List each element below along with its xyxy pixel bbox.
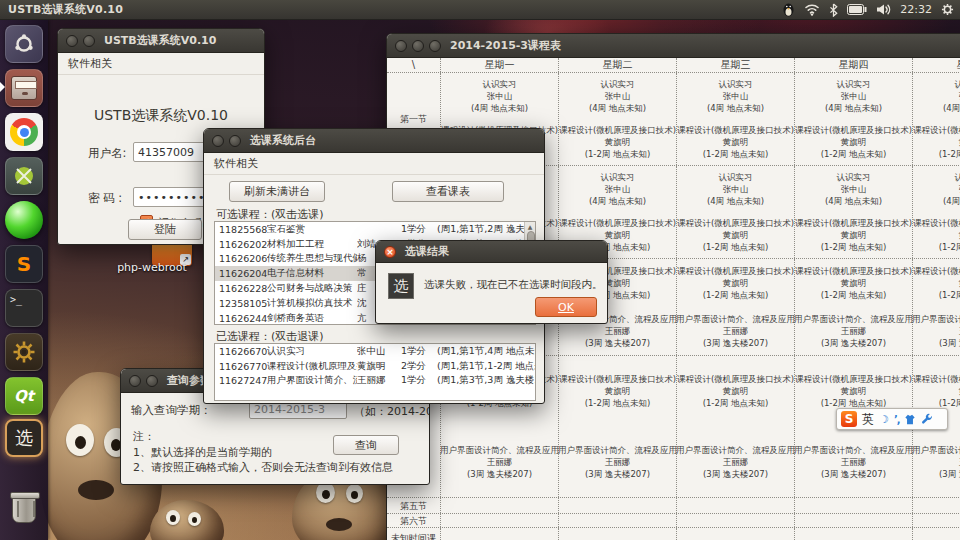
course-app-icon: 选	[5, 419, 43, 457]
minimize-button[interactable]	[229, 135, 241, 147]
volume-icon[interactable]	[876, 3, 891, 16]
course-teacher: 张中山	[357, 345, 401, 358]
launcher-item-qt[interactable]: Qt	[5, 377, 43, 415]
username-label: 用户名:	[88, 146, 126, 161]
tt-cell	[677, 528, 795, 540]
ok-button[interactable]: OK	[535, 297, 597, 317]
refresh-button[interactable]: 刷新未满讲台	[229, 181, 325, 202]
tt-cell: 课程设计(微机原理及接口技术)黄旗明(1-2周 地点未知)用户界面设计简介、流程…	[795, 259, 913, 355]
tt-course-entry: 用户界面设计简介、流程及应用王丽娜(3周 逸夫楼207)	[676, 313, 795, 349]
close-icon[interactable]: ×	[384, 246, 396, 258]
launcher-item-eclipse[interactable]	[5, 333, 43, 371]
course-credit: 2学分	[401, 360, 437, 373]
active-app-title[interactable]: USTB选课系统V0.10	[8, 2, 123, 17]
course-name: 课程设计(微机原理及接	[267, 360, 357, 373]
maximize-button[interactable]	[429, 40, 441, 52]
close-button[interactable]	[66, 35, 78, 47]
tt-day-header: 星期一	[441, 58, 559, 72]
login-button[interactable]: 登陆	[128, 219, 202, 240]
course-row[interactable]: 11627247用户界面设计简介、流王丽娜1学分(周1,第3节,3周 逸夫楼20	[215, 374, 535, 389]
tt-course-entry: 课程设计(微机原理及接口技术)黄旗明(1-2周 地点未知)	[677, 217, 794, 253]
tt-course-entry: 认识实习张中山(4周 地点未知)	[707, 171, 764, 207]
course-row[interactable]: 11626670认识实习张中山1学分(周1,第1节,4周 地点未知	[215, 344, 535, 359]
course-row[interactable]: 11626770课程设计(微机原理及接黄旗明2学分(周1,第1节,1-2周 地点…	[215, 359, 535, 374]
tt-course-entry: 课程设计(微机原理及接口技术)黄旗明(1-2周 地点未知)	[677, 373, 794, 409]
chosen-label: 已选课程：(双击退课)	[216, 329, 324, 344]
clock[interactable]: 22:32	[900, 3, 932, 16]
tt-course-entry: 课程设计(微机原理及接口技术)黄旗明(1-2周 地点未知)	[913, 373, 960, 409]
chosen-course-list[interactable]: 11626670认识实习张中山1学分(周1,第1节,4周 地点未知1162677…	[214, 343, 536, 401]
launcher-item-course-app[interactable]: 选	[5, 419, 43, 457]
tt-course-entry: 课程设计(微机原理及接口技术)黄旗明(1-2周 地点未知)	[559, 373, 676, 409]
course-id: 11626204	[215, 268, 267, 279]
tt-course-entry: 认识实习张中山(4周 地点未知)	[943, 171, 960, 207]
wifi-icon[interactable]	[804, 3, 820, 16]
tt-day-header: 星期二	[559, 58, 677, 72]
window-title: 2014-2015-3课程表	[450, 38, 561, 53]
minimize-button[interactable]	[412, 40, 424, 52]
login-titlebar[interactable]: USTB选课系统V0.10	[58, 29, 264, 53]
launcher: S >_ Qt 选	[0, 20, 48, 540]
course-row[interactable]: 11825568宝石鉴赏1学分(周1,第1节,2周 逸夫楼	[215, 222, 524, 237]
launcher-item-terminal[interactable]: >_	[5, 289, 43, 327]
tt-course-entry: 课程设计(微机原理及接口技术)黄旗明(1-2周 地点未知)	[795, 217, 912, 253]
course-name: 电子信息材料	[267, 267, 357, 280]
ime-skin-icon[interactable]	[904, 414, 916, 425]
tt-cell: 课程设计(微机原理及接口技术)黄旗明(1-2周 地点未知)用户界面设计简介、流程…	[677, 356, 795, 497]
ime-moon-icon[interactable]: ☽	[879, 413, 889, 426]
dialog-title: 选课结果	[405, 244, 449, 259]
launcher-item-trash[interactable]	[5, 490, 43, 528]
course-name: 公司财务与战略决策	[267, 282, 357, 295]
note-line: 2、请按照正确格式输入，否则会无法查询到有效信息	[133, 460, 393, 475]
files-icon	[5, 69, 43, 107]
ime-punct-icon[interactable]: ’,	[894, 414, 900, 425]
course-credit: 1学分	[401, 374, 437, 387]
view-timetable-button[interactable]: 查看课表	[392, 181, 504, 202]
launcher-item-green-ball[interactable]	[5, 201, 43, 239]
term-hint: （如：2014-2015-3）	[354, 404, 430, 419]
software-menu[interactable]: 软件相关	[58, 53, 264, 75]
tt-cell: 认识实习张中山(4周 地点未知)课程设计(微机原理及接口技术)黄旗明(1-2周 …	[795, 73, 913, 165]
timetable-titlebar[interactable]: 2014-2015-3课程表	[387, 34, 960, 58]
minimize-button[interactable]	[146, 375, 158, 387]
dialog-titlebar[interactable]: × 选课结果	[376, 241, 607, 263]
tt-cell	[441, 528, 559, 540]
launcher-item-files[interactable]	[5, 69, 43, 107]
bluetooth-icon[interactable]	[829, 3, 838, 17]
tt-course-entry: 认识实习张中山(4周 地点未知)	[825, 78, 882, 114]
launcher-item-chrome[interactable]	[5, 113, 43, 151]
battery-icon[interactable]	[847, 4, 867, 15]
tux-icon[interactable]	[782, 2, 795, 17]
launcher-item-android-studio[interactable]	[5, 157, 43, 195]
ime-mode-label[interactable]: 英	[862, 411, 874, 428]
tt-section-label: 未知时间课程	[387, 528, 441, 540]
sogou-logo-icon[interactable]: S	[841, 411, 857, 427]
session-gear-icon[interactable]	[941, 3, 954, 16]
launcher-item-sublime[interactable]: S	[5, 245, 43, 283]
php-webroot-shortcut-label[interactable]: php-webroot	[96, 261, 208, 274]
course-time: (周1,第1节,1-2周 地点未	[437, 360, 535, 373]
minimize-button[interactable]	[83, 35, 95, 47]
tt-course-entry: 用户界面设计简介、流程及应用王丽娜(3周 逸夫楼207)	[676, 444, 795, 480]
query-button[interactable]: 查询	[333, 435, 399, 455]
tt-cell	[441, 498, 559, 513]
close-button[interactable]	[212, 135, 224, 147]
screen: php-webroot 2014-2015-3课程表 \星期一星期二星期三星期四…	[0, 0, 960, 540]
close-button[interactable]	[395, 40, 407, 52]
ime-wrench-icon[interactable]	[921, 413, 933, 425]
window-title: 选课系统后台	[250, 133, 316, 148]
close-button[interactable]	[129, 375, 141, 387]
tt-cell	[559, 514, 677, 527]
tt-cell	[795, 498, 913, 513]
backend-titlebar[interactable]: 选课系统后台	[204, 129, 544, 153]
tt-cell	[795, 528, 913, 540]
software-menu[interactable]: 软件相关	[204, 153, 544, 175]
tt-cell: 课程设计(微机原理及接口技术)黄旗明(1-2周 地点未知)用户界面设计简介、流程…	[559, 356, 677, 497]
top-panel: USTB选课系统V0.10 22:32	[0, 0, 960, 20]
course-id: 12358105	[215, 298, 267, 309]
launcher-item-ubuntu-dash[interactable]	[5, 25, 43, 63]
course-name: 剑桥商务英语	[267, 312, 357, 325]
tt-course-entry: 课程设计(微机原理及接口技术)黄旗明(1-2周 地点未知)	[795, 373, 912, 409]
tt-course-entry: 用户界面设计简介、流程及应用王丽娜(3周 逸夫楼207)	[440, 444, 559, 480]
tt-day-header: 星期五	[913, 58, 960, 72]
